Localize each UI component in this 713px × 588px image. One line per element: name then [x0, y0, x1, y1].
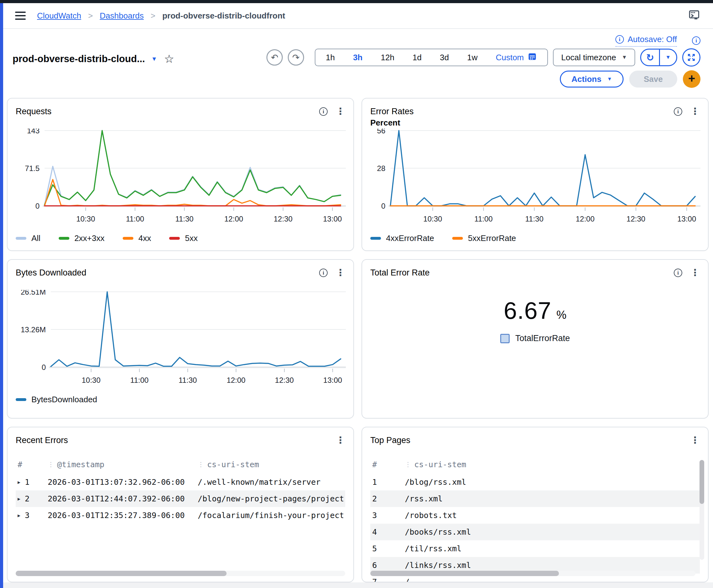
table-row: 5/til/rss.xml — [370, 540, 700, 557]
vertical-scrollbar[interactable] — [699, 460, 704, 560]
kebab-menu-icon[interactable]: ⋮ — [690, 268, 700, 277]
time-range-12h[interactable]: 12h — [372, 49, 403, 66]
table-cell: 2026-03-01T12:35:27.389-06:00 — [48, 511, 198, 520]
time-range-3h[interactable]: 3h — [344, 49, 372, 66]
row-number: 7 — [372, 578, 377, 582]
table-row[interactable]: ▶12026-03-01T13:07:32.962-06:00/.well-kn… — [16, 474, 345, 490]
error-rates-chart[interactable]: 5628010:3011:0011:3012:0012:3013:00 — [370, 129, 700, 223]
legend-item-2xx+3xx[interactable]: 2xx+3xx — [59, 233, 105, 243]
hamburger-menu-icon[interactable] — [15, 12, 26, 20]
scrollbar-thumb[interactable] — [699, 460, 704, 504]
row-number: 3 — [25, 511, 29, 520]
time-range-label: Custom — [496, 53, 524, 62]
time-range-custom[interactable]: Custom — [487, 49, 546, 66]
actions-button[interactable]: Actions ▼ — [560, 70, 624, 87]
total-error-rate-unit: % — [557, 309, 566, 322]
kebab-menu-icon[interactable]: ⋮ — [336, 107, 345, 116]
legend-item-all[interactable]: All — [16, 233, 41, 243]
row-expand-icon[interactable]: ▶ — [18, 479, 20, 485]
cloudshell-icon[interactable] — [689, 10, 700, 22]
legend-item-bytesdownloaded[interactable]: BytesDownloaded — [16, 395, 97, 404]
legend-swatch — [16, 237, 26, 240]
time-range-1h[interactable]: 1h — [317, 49, 344, 66]
kebab-menu-icon[interactable]: ⋮ — [690, 107, 700, 116]
save-button[interactable]: Save — [629, 70, 677, 87]
row-number-cell: 4 — [372, 527, 405, 537]
legend-label: All — [32, 233, 41, 243]
widget-title: Error Rates — [370, 107, 414, 117]
column-header--[interactable]: # — [372, 460, 405, 469]
redo-button[interactable]: ↷ — [288, 49, 304, 66]
svg-text:0: 0 — [381, 202, 385, 210]
horizontal-scrollbar[interactable] — [370, 571, 695, 576]
time-range-1w[interactable]: 1w — [458, 49, 486, 66]
table-cell: /robots.txt — [405, 511, 698, 520]
scrollbar-thumb[interactable] — [16, 571, 227, 576]
legend-swatch — [500, 334, 510, 343]
refresh-options-caret[interactable]: ▼ — [660, 49, 676, 65]
table-row[interactable]: ▶22026-03-01T12:44:07.392-06:00/blog/new… — [16, 490, 345, 507]
svg-text:10:30: 10:30 — [423, 215, 442, 223]
svg-text:26.51M: 26.51M — [21, 290, 46, 296]
kebab-menu-icon[interactable]: ⋮ — [690, 436, 700, 445]
svg-text:56: 56 — [377, 129, 385, 135]
column-resize-handle-icon[interactable]: ⋮ — [405, 461, 411, 468]
timezone-select[interactable]: Local timezone ▼ — [553, 49, 635, 66]
favorite-star-icon[interactable]: ☆ — [164, 53, 174, 65]
row-expand-icon[interactable]: ▶ — [18, 496, 20, 502]
info-icon[interactable]: i — [319, 107, 328, 116]
row-number-cell: 1 — [372, 478, 405, 487]
row-expand-icon[interactable]: ▶ — [18, 513, 20, 518]
kebab-menu-icon[interactable]: ⋮ — [336, 436, 345, 445]
undo-button[interactable]: ↶ — [267, 49, 283, 66]
column-header-label: @timestamp — [57, 460, 105, 469]
table-cell: /.well-known/matrix/server — [198, 478, 343, 487]
time-range-3d[interactable]: 3d — [431, 49, 458, 66]
column-resize-handle-icon[interactable]: ⋮ — [48, 461, 54, 468]
breadcrumb-dashboards[interactable]: Dashboards — [100, 11, 144, 21]
legend-swatch — [169, 237, 180, 240]
time-range-1d[interactable]: 1d — [403, 49, 431, 66]
page-bottom-band — [3, 582, 713, 588]
svg-text:11:00: 11:00 — [126, 215, 144, 223]
svg-text:11:00: 11:00 — [130, 376, 148, 384]
horizontal-scrollbar[interactable] — [16, 571, 345, 576]
autosave-toggle[interactable]: i Autosave: Off — [615, 35, 677, 47]
column-resize-handle-icon[interactable]: ⋮ — [198, 461, 204, 468]
bytes-downloaded-chart[interactable]: 26.51M13.26M010:3011:0011:3012:0012:3013… — [16, 290, 346, 384]
requests-chart[interactable]: 14371.5010:3011:0011:3012:0012:3013:00 — [16, 129, 346, 223]
column-header-cs-uri-stem[interactable]: ⋮cs-uri-stem — [198, 460, 343, 469]
widget-recent-errors: Recent Errors ⋮ #⋮@timestamp⋮cs-uri-stem… — [7, 427, 354, 582]
table-row[interactable]: ▶32026-03-01T12:35:27.389-06:00/focalari… — [16, 507, 345, 524]
scrollbar-thumb[interactable] — [370, 571, 559, 576]
fullscreen-button[interactable] — [682, 48, 700, 66]
kebab-menu-icon[interactable]: ⋮ — [336, 268, 345, 277]
total-error-rate-value: 6.67 — [504, 297, 551, 324]
time-range-label: 1h — [326, 53, 335, 62]
refresh-button[interactable]: ↻ — [641, 49, 660, 65]
legend-label[interactable]: TotalErrorRate — [515, 334, 570, 343]
svg-text:13.26M: 13.26M — [21, 326, 46, 334]
breadcrumb-cloudwatch[interactable]: CloudWatch — [37, 11, 81, 21]
info-icon[interactable]: i — [692, 36, 700, 45]
svg-text:0: 0 — [42, 363, 46, 372]
breadcrumb-current: prod-obverse-distrib-cloudfront — [162, 11, 285, 21]
add-widget-button[interactable]: + — [683, 70, 700, 88]
legend-item-4xx[interactable]: 4xx — [123, 233, 151, 243]
column-header-label: cs-uri-stem — [207, 460, 259, 469]
legend-item-4xxerrorrate[interactable]: 4xxErrorRate — [370, 233, 434, 243]
legend-item-5xx[interactable]: 5xx — [169, 233, 197, 243]
title-dropdown-caret-icon[interactable]: ▼ — [151, 56, 157, 62]
chart-legend: BytesDownloaded — [16, 395, 345, 404]
table-cell: 2026-03-01T13:07:32.962-06:00 — [48, 478, 198, 487]
column-header-cs-uri-stem[interactable]: ⋮cs-uri-stem — [405, 460, 698, 469]
row-number: 1 — [25, 478, 29, 487]
column-header--[interactable]: # — [18, 460, 48, 469]
top-chrome-bar — [0, 0, 713, 3]
info-icon[interactable]: i — [674, 107, 682, 116]
legend-item-5xxerrorrate[interactable]: 5xxErrorRate — [452, 233, 516, 243]
legend-label: 2xx+3xx — [75, 233, 105, 243]
info-icon[interactable]: i — [319, 269, 328, 277]
info-icon[interactable]: i — [674, 269, 682, 277]
column-header--timestamp[interactable]: ⋮@timestamp — [48, 460, 198, 469]
